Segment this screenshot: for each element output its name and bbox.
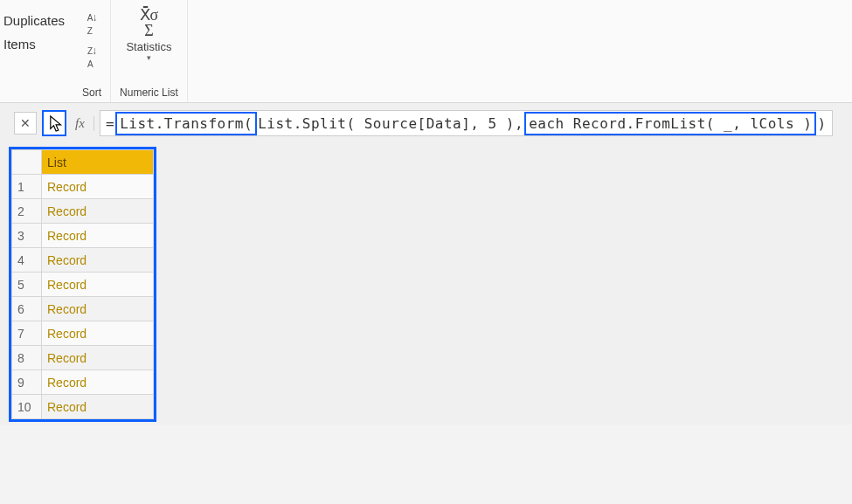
table-header-row: List xyxy=(12,150,154,175)
statistics-icon: X̄σ Σ xyxy=(140,2,159,38)
sort-descending-icon[interactable]: Z↓A xyxy=(87,44,96,70)
record-link[interactable]: Record xyxy=(42,224,154,248)
remove-duplicates-items[interactable]: Duplicates Items xyxy=(3,2,65,56)
formula-segment-split: List.Split( Source[Data], 5 ) xyxy=(258,115,515,132)
formula-input[interactable]: = List.Transform( List.Split( Source[Dat… xyxy=(100,110,833,136)
record-link[interactable]: Record xyxy=(42,248,154,273)
table-row[interactable]: 10Record xyxy=(12,395,154,419)
row-number: 5 xyxy=(12,273,42,297)
formula-segment-each: each Record.FromList( _, lCols ) xyxy=(524,112,816,135)
duplicates-label: Duplicates xyxy=(3,9,65,32)
table-row[interactable]: 6Record xyxy=(12,297,154,321)
record-link[interactable]: Record xyxy=(42,273,154,297)
numeric-list-group-label: Numeric List xyxy=(120,86,178,99)
record-link[interactable]: Record xyxy=(42,370,154,395)
row-number: 7 xyxy=(12,321,42,346)
fx-icon[interactable]: fx xyxy=(72,116,94,131)
record-link[interactable]: Record xyxy=(42,297,154,321)
ribbon-group-sort: A↓Z Z↓A Sort xyxy=(73,0,111,102)
table-row[interactable]: 7Record xyxy=(12,321,154,346)
cursor-icon xyxy=(49,114,65,134)
table-row[interactable]: 4Record xyxy=(12,248,154,273)
ribbon-group-remove: Duplicates Items xyxy=(3,0,73,102)
chevron-down-icon: ▾ xyxy=(147,53,151,62)
sort-ascending-icon[interactable]: A↓Z xyxy=(87,10,97,37)
record-link[interactable]: Record xyxy=(42,395,154,419)
table-row[interactable]: 2Record xyxy=(12,199,154,224)
row-number: 8 xyxy=(12,346,42,370)
confirm-button[interactable] xyxy=(42,110,66,136)
formula-bar-row: ✕ fx = List.Transform( List.Split( Sourc… xyxy=(0,103,852,142)
column-header-list[interactable]: List xyxy=(42,150,154,175)
sort-group-label: Sort xyxy=(82,86,101,99)
row-number: 2 xyxy=(12,199,42,224)
row-number: 3 xyxy=(12,224,42,248)
record-link[interactable]: Record xyxy=(42,321,154,346)
record-link[interactable]: Record xyxy=(42,175,154,199)
statistics-button[interactable]: X̄σ Σ Statistics ▾ xyxy=(126,2,171,62)
corner-cell xyxy=(12,150,42,175)
row-number: 6 xyxy=(12,297,42,321)
close-icon: ✕ xyxy=(20,116,31,130)
items-label: Items xyxy=(3,32,65,56)
result-table: List 1Record 2Record 3Record 4Record 5Re… xyxy=(11,149,154,419)
table-row[interactable]: 3Record xyxy=(12,224,154,248)
record-link[interactable]: Record xyxy=(42,346,154,370)
ribbon-group-numeric: X̄σ Σ Statistics ▾ Numeric List xyxy=(111,0,188,102)
cancel-button[interactable]: ✕ xyxy=(14,112,37,135)
data-preview: List 1Record 2Record 3Record 4Record 5Re… xyxy=(0,142,852,425)
formula-suffix: ) xyxy=(817,115,826,132)
formula-prefix: = xyxy=(106,115,114,132)
table-row[interactable]: 5Record xyxy=(12,273,154,297)
row-number: 4 xyxy=(12,248,42,273)
ribbon: Duplicates Items A↓Z Z↓A Sort X̄σ Σ Stat… xyxy=(0,0,852,103)
table-row[interactable]: 1Record xyxy=(12,175,154,199)
statistics-label: Statistics xyxy=(126,40,171,53)
table-row[interactable]: 9Record xyxy=(12,370,154,395)
row-number: 10 xyxy=(12,395,42,419)
row-number: 1 xyxy=(12,175,42,199)
row-number: 9 xyxy=(12,370,42,395)
formula-comma: , xyxy=(515,115,523,132)
formula-segment-transform: List.Transform( xyxy=(115,112,257,135)
table-row[interactable]: 8Record xyxy=(12,346,154,370)
list-result: List 1Record 2Record 3Record 4Record 5Re… xyxy=(9,147,156,422)
record-link[interactable]: Record xyxy=(42,199,154,224)
